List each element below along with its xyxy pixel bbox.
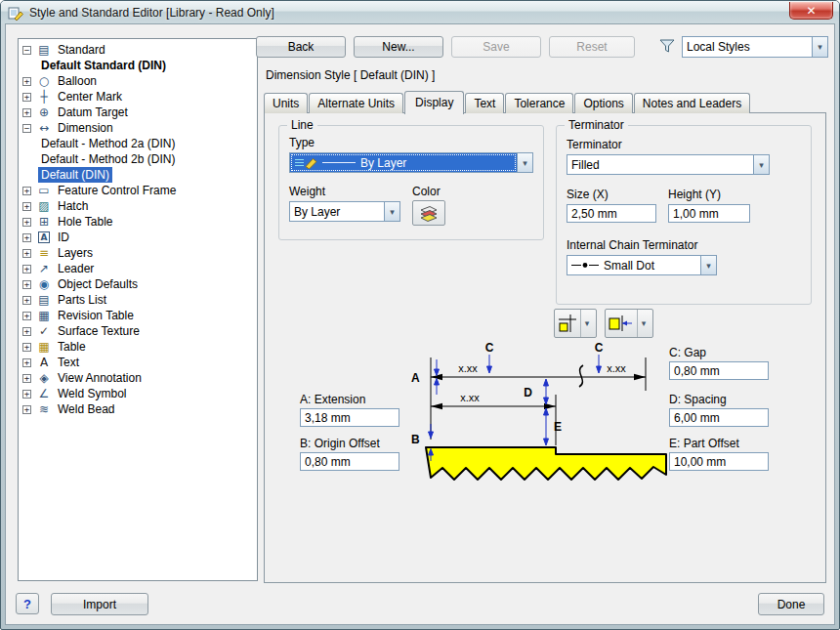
tree-item-dimension[interactable]: −↔Dimension: [19, 120, 257, 136]
expand-icon[interactable]: +: [22, 265, 31, 273]
datum-target-icon: ⊕: [36, 105, 52, 119]
terminator-label: Terminator: [567, 138, 622, 151]
expand-icon[interactable]: +: [22, 108, 31, 117]
tree-item-hatch[interactable]: +▨Hatch: [19, 198, 257, 214]
save-button[interactable]: Save: [451, 36, 541, 58]
dimension-style-label: Dimension Style [ Default (DIN) ]: [266, 68, 435, 82]
chevron-down-icon: ▾: [384, 202, 399, 221]
collapse-icon[interactable]: −: [22, 46, 31, 55]
e-part-offset-input[interactable]: [669, 452, 769, 471]
tree-item-default-method-2b-din[interactable]: Default - Method 2b (DIN): [19, 151, 257, 167]
local-styles-select[interactable]: Local Styles ▾: [682, 36, 828, 58]
terminator-select[interactable]: Filled ▾: [567, 154, 770, 175]
line-weight-select[interactable]: By Layer ▾: [289, 201, 400, 222]
tab-tolerance[interactable]: Tolerance: [505, 93, 573, 113]
expand-icon[interactable]: +: [22, 405, 31, 414]
tree-item-label: Layers: [55, 245, 96, 261]
tree-item-feature-control-frame[interactable]: +▭Feature Control Frame: [19, 183, 257, 198]
tree-item-weld-symbol[interactable]: +∠Weld Symbol: [19, 386, 257, 401]
expand-icon[interactable]: +: [22, 280, 31, 289]
terminator-group: Terminator Terminator Filled ▾ Size (X) …: [556, 125, 812, 305]
e-part-offset-label: E: Part Offset: [669, 437, 739, 450]
chevron-down-icon: ▾: [517, 153, 532, 172]
dim-text-1: x.xx: [458, 362, 478, 374]
tree-item-default-din[interactable]: Default (DIN): [19, 167, 257, 183]
reset-button[interactable]: Reset: [549, 36, 635, 58]
line-weight-value: By Layer: [294, 205, 340, 219]
tree-item-datum-target[interactable]: +⊕Datum Target: [19, 105, 257, 120]
internal-chain-terminator-select[interactable]: Small Dot ▾: [567, 255, 717, 275]
expand-icon[interactable]: +: [22, 327, 31, 336]
tree-item-center-mark[interactable]: +┼Center Mark: [19, 89, 257, 105]
tree-item-table[interactable]: +▦Table: [19, 339, 257, 355]
expand-icon[interactable]: +: [22, 202, 31, 211]
marker-c2: C: [595, 341, 604, 355]
expand-icon[interactable]: +: [22, 233, 31, 242]
c-gap-input[interactable]: [669, 361, 769, 380]
expand-icon[interactable]: +: [22, 343, 31, 352]
expand-icon[interactable]: +: [22, 93, 31, 102]
filter-icon[interactable]: [658, 37, 676, 55]
tree-item-standard[interactable]: −▤Standard: [19, 42, 257, 58]
expand-icon[interactable]: +: [22, 249, 31, 258]
tab-units[interactable]: Units: [264, 93, 308, 113]
tab-display[interactable]: Display: [404, 91, 464, 114]
tree-item-parts-list[interactable]: +▤Parts List: [19, 292, 257, 308]
expand-icon[interactable]: +: [22, 358, 31, 367]
tree-item-balloon[interactable]: +○Balloon: [19, 73, 257, 89]
terminator-height-input[interactable]: [668, 204, 750, 223]
tab-notes-and-leaders[interactable]: Notes and Leaders: [634, 93, 750, 113]
tree-item-object-defaults[interactable]: +◉Object Defaults: [19, 276, 257, 292]
expand-icon[interactable]: +: [22, 218, 31, 227]
done-button[interactable]: Done: [758, 593, 824, 615]
expand-icon[interactable]: +: [22, 187, 31, 195]
terminator-group-title: Terminator: [565, 118, 628, 132]
back-button[interactable]: Back: [256, 36, 346, 58]
expand-icon[interactable]: +: [22, 390, 31, 399]
line-type-select[interactable]: By Layer ▾: [289, 152, 533, 173]
hatch-icon: ▨: [36, 199, 52, 213]
part-offset-display-button[interactable]: ▾: [605, 309, 653, 338]
new-button[interactable]: New...: [354, 36, 443, 58]
tree-item-revision-table[interactable]: +▦Revision Table: [19, 308, 257, 323]
terminator-size-input[interactable]: [567, 204, 656, 223]
object-defaults-icon: ◉: [36, 277, 52, 291]
tree-item-label: Default (DIN): [38, 167, 112, 183]
expand-icon[interactable]: +: [22, 312, 31, 320]
expand-icon[interactable]: +: [22, 77, 31, 86]
chevron-down-icon: ▾: [637, 310, 650, 337]
dialog-content: −▤StandardDefault Standard (DIN)+○Balloo…: [5, 23, 835, 625]
line-color-button[interactable]: [412, 200, 445, 226]
tree-item-label: Leader: [55, 261, 97, 276]
extension-line-display-button[interactable]: ▾: [554, 309, 597, 338]
close-button[interactable]: ✕: [789, 2, 833, 20]
line-group: Line Type By Layer: [278, 125, 544, 240]
b-origin-offset-input[interactable]: [300, 452, 399, 471]
tree-item-label: Hatch: [55, 198, 91, 214]
tab-text[interactable]: Text: [465, 93, 504, 113]
tree-item-weld-bead[interactable]: +≋Weld Bead: [19, 401, 257, 417]
part-offset-display-icon: [606, 310, 637, 337]
d-spacing-input[interactable]: [669, 408, 769, 427]
tree-item-text[interactable]: +AText: [19, 355, 257, 370]
balloon-icon: ○: [36, 74, 52, 88]
expand-icon[interactable]: +: [22, 374, 31, 383]
tree-item-view-annotation[interactable]: +◈View Annotation: [19, 370, 257, 386]
display-tab-panel: Line Type By Layer: [264, 112, 826, 583]
tree-item-default-method-2a-din[interactable]: Default - Method 2a (DIN): [19, 136, 257, 151]
tree-item-id[interactable]: +AID: [19, 230, 257, 245]
collapse-icon[interactable]: −: [22, 124, 31, 133]
expand-icon[interactable]: +: [22, 296, 31, 305]
hole-table-icon: ⊞: [36, 215, 52, 229]
tree-item-hole-table[interactable]: +⊞Hole Table: [19, 214, 257, 230]
a-extension-input[interactable]: [300, 408, 399, 427]
tab-options[interactable]: Options: [574, 93, 632, 113]
tree-item-surface-texture[interactable]: +✓Surface Texture: [19, 323, 257, 339]
leader-icon: ↗: [36, 262, 52, 275]
tree-item-layers[interactable]: +≡Layers: [19, 245, 257, 261]
tree-item-leader[interactable]: +↗Leader: [19, 261, 257, 276]
help-button[interactable]: ?: [16, 593, 39, 614]
tab-alternate-units[interactable]: Alternate Units: [309, 93, 403, 113]
tree-item-default-standard-din[interactable]: Default Standard (DIN): [19, 58, 257, 73]
import-button[interactable]: Import: [51, 593, 148, 615]
